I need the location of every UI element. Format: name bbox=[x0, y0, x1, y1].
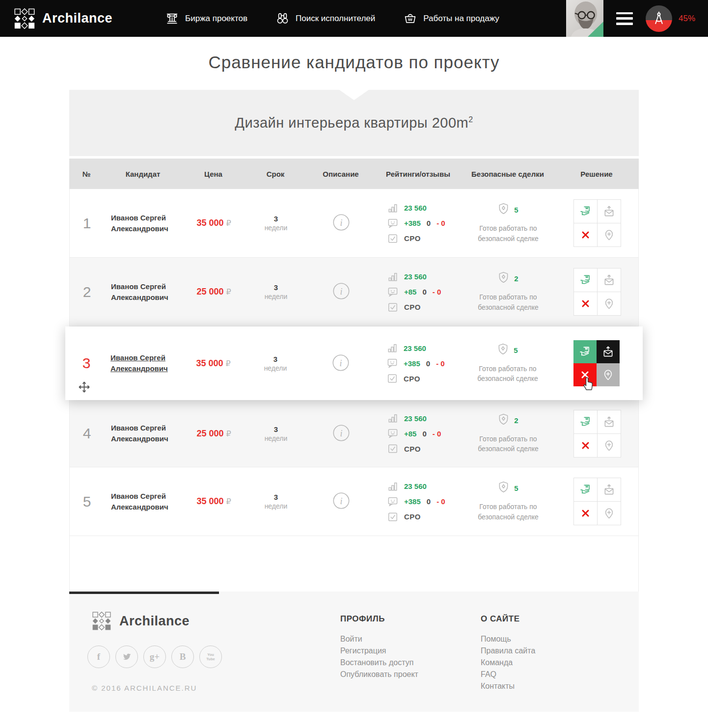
hand-box-icon bbox=[580, 416, 591, 428]
decision-buttons bbox=[573, 478, 621, 525]
page-title: Сравнение кандидатов по проекту bbox=[0, 37, 708, 90]
cross-icon bbox=[581, 441, 590, 450]
reviews-positive: +85 bbox=[404, 288, 416, 296]
send-message-button[interactable] bbox=[598, 478, 621, 501]
cert-label: СРО bbox=[404, 234, 421, 243]
offer-deal-button[interactable] bbox=[573, 340, 597, 363]
add-location-button[interactable] bbox=[598, 434, 621, 457]
footer-link-team[interactable]: Команда bbox=[481, 657, 535, 669]
footer-link-faq[interactable]: FAQ bbox=[481, 669, 535, 680]
move-cursor-icon[interactable] bbox=[78, 381, 90, 393]
hand-box-icon bbox=[580, 274, 591, 286]
offer-deal-button[interactable] bbox=[574, 200, 597, 223]
candidate-name[interactable]: Иванов Сергей Александрович bbox=[111, 423, 176, 444]
footer-link-register[interactable]: Регистрация bbox=[340, 645, 481, 657]
offer-deal-button[interactable] bbox=[574, 269, 597, 292]
youtube-icon[interactable]: You Tube bbox=[199, 646, 222, 668]
twitter-bird-icon bbox=[121, 651, 132, 662]
footer-link-publish-project[interactable]: Опубликовать проект bbox=[340, 669, 481, 680]
reject-button[interactable] bbox=[574, 434, 597, 457]
currency-ruble: ₽ bbox=[226, 218, 231, 228]
currency-ruble: ₽ bbox=[226, 497, 231, 506]
reviews-bubble-icon bbox=[387, 358, 398, 369]
candidate-row[interactable]: 1 Иванов Сергей Александрович 35 000 ₽ 3… bbox=[69, 189, 639, 258]
send-message-button[interactable] bbox=[598, 269, 621, 292]
twitter-icon[interactable] bbox=[115, 646, 138, 668]
reject-button[interactable] bbox=[573, 363, 597, 386]
term-unit: недели bbox=[265, 224, 288, 232]
chart-bars-icon bbox=[387, 203, 398, 214]
user-avatar[interactable] bbox=[566, 0, 603, 37]
info-icon[interactable] bbox=[332, 354, 350, 373]
offer-deal-button[interactable] bbox=[574, 410, 597, 433]
shield-icon bbox=[498, 271, 509, 286]
nav-item-projects-exchange[interactable]: Биржа проектов bbox=[165, 12, 247, 25]
cert-label: СРО bbox=[404, 375, 420, 383]
info-icon[interactable] bbox=[332, 492, 350, 511]
cross-icon bbox=[580, 370, 590, 379]
add-location-button[interactable] bbox=[598, 292, 621, 315]
google-plus-icon[interactable]: g+ bbox=[143, 646, 166, 668]
candidate-row[interactable]: 4 Иванов Сергей Александрович 25 000 ₽ 3… bbox=[69, 400, 639, 467]
info-icon[interactable] bbox=[332, 282, 350, 301]
footer-link-rules[interactable]: Правила сайта bbox=[481, 645, 535, 657]
info-icon[interactable] bbox=[332, 214, 350, 233]
profile-completion-gauge[interactable] bbox=[646, 5, 672, 32]
candidate-row[interactable]: 5 Иванов Сергей Александрович 35 000 ₽ 3… bbox=[69, 467, 639, 536]
row-number: 3 bbox=[82, 355, 91, 372]
nav-item-works-for-sale[interactable]: Работы на продажу bbox=[404, 12, 499, 25]
safe-deals-text: Готов работать по безопасной сделке bbox=[465, 292, 551, 312]
col-header-term: Срок bbox=[245, 170, 306, 178]
footer-link-help[interactable]: Помощь bbox=[481, 633, 535, 645]
notch-triangle bbox=[339, 90, 369, 100]
reject-button[interactable] bbox=[574, 292, 597, 315]
reject-button[interactable] bbox=[574, 223, 597, 246]
candidate-name[interactable]: Иванов Сергей Александрович bbox=[111, 281, 176, 303]
checkbox-icon bbox=[387, 233, 398, 244]
pin-plus-icon bbox=[603, 440, 615, 451]
info-icon[interactable] bbox=[332, 424, 350, 443]
decision-buttons bbox=[573, 410, 621, 458]
reviews-neutral: 0 bbox=[422, 430, 426, 438]
checkbox-icon bbox=[387, 373, 398, 384]
send-message-button[interactable] bbox=[598, 410, 621, 433]
term-value: 3 bbox=[274, 283, 278, 292]
footer-column-title: ПРОФИЛЬ bbox=[340, 614, 481, 624]
table-tail-spacer bbox=[69, 536, 639, 592]
reviews-positive: +85 bbox=[404, 430, 416, 438]
row-number: 5 bbox=[83, 493, 91, 510]
checkbox-icon bbox=[387, 302, 398, 313]
decision-buttons bbox=[573, 268, 621, 316]
nav-item-find-performers[interactable]: Поиск исполнителей bbox=[276, 12, 375, 25]
add-location-button[interactable] bbox=[597, 363, 620, 386]
term-value: 3 bbox=[273, 355, 277, 363]
footer-link-login[interactable]: Войти bbox=[340, 633, 481, 645]
facebook-icon[interactable]: f bbox=[87, 646, 110, 668]
send-message-button[interactable] bbox=[597, 340, 620, 363]
offer-deal-button[interactable] bbox=[574, 478, 597, 501]
hamburger-menu-icon[interactable] bbox=[616, 12, 633, 25]
pin-plus-icon bbox=[603, 229, 615, 241]
candidate-name[interactable]: Иванов Сергей Александрович bbox=[111, 213, 176, 234]
col-header-ratings: Рейтинги/отзывы bbox=[375, 170, 461, 178]
reviews-bubble-icon bbox=[387, 218, 398, 229]
footer-link-restore-access[interactable]: Востановить доступ bbox=[340, 657, 481, 669]
send-message-button[interactable] bbox=[598, 200, 621, 223]
footer-brand-logo[interactable]: Archilance bbox=[92, 611, 340, 631]
candidate-row-active[interactable]: 3 Иванов Сергей Александрович 35 000 ₽ 3… bbox=[65, 326, 643, 400]
candidate-name[interactable]: Иванов Сергей Александрович bbox=[110, 352, 175, 374]
footer-link-contacts[interactable]: Контакты bbox=[481, 680, 535, 692]
reject-button[interactable] bbox=[574, 502, 597, 525]
safe-deals-text: Готов работать по безопасной сделке bbox=[465, 364, 551, 384]
reviews-negative: - 0 bbox=[433, 288, 441, 296]
views-count: 23 560 bbox=[404, 272, 427, 281]
checkbox-icon bbox=[387, 443, 398, 454]
candidate-name[interactable]: Иванов Сергей Александрович bbox=[111, 491, 176, 512]
vk-icon[interactable]: B bbox=[171, 646, 194, 668]
candidate-row[interactable]: 2 Иванов Сергей Александрович 25 000 ₽ 3… bbox=[69, 258, 639, 326]
copyright: © 2016 ARCHILANCE.RU bbox=[92, 684, 340, 692]
add-location-button[interactable] bbox=[598, 502, 621, 525]
mail-up-icon bbox=[603, 206, 615, 217]
brand-logo[interactable]: Archilance bbox=[0, 8, 112, 29]
add-location-button[interactable] bbox=[598, 223, 621, 246]
